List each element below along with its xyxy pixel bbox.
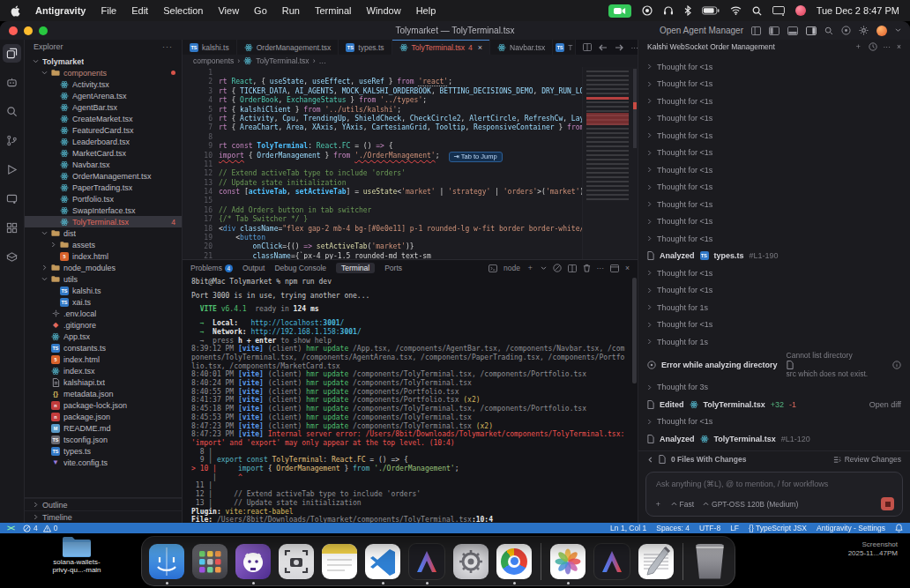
tree-item[interactable]: 5index.html xyxy=(25,354,182,365)
sidebar-section-timeline[interactable]: Timeline xyxy=(25,510,182,523)
user-account-icon[interactable] xyxy=(795,5,806,16)
tree-item[interactable]: MREADME.md xyxy=(25,422,182,434)
tree-item[interactable]: ◆.gitignore xyxy=(25,319,182,331)
dock-icon-trash[interactable] xyxy=(692,544,727,579)
account-avatar[interactable] xyxy=(876,26,887,36)
desktop-folder-solana-wallets[interactable]: solana-wallets-privy-qu...-main xyxy=(42,535,111,574)
tree-item[interactable]: MarketCard.tsx xyxy=(25,147,182,159)
agent-thought-item[interactable]: Thought for 1s xyxy=(647,299,901,316)
agent-input-box[interactable]: ＋ Fast GPT-OSS 120B (Medium) xyxy=(645,472,903,517)
tree-item[interactable]: TStsconfig.json xyxy=(25,434,182,445)
wifi-icon[interactable] xyxy=(730,6,742,15)
agent-prompt-input[interactable] xyxy=(654,479,898,489)
editor-tab-OrderManagement.tsx[interactable]: OrderManagement.tsx xyxy=(237,40,339,55)
history-icon[interactable] xyxy=(869,42,877,51)
tree-item[interactable]: Portfolio.tsx xyxy=(25,193,182,205)
problems-status[interactable]: 4 0 xyxy=(23,524,57,532)
menu-antigravity[interactable]: Antigravity xyxy=(35,5,86,16)
navigate-back-icon[interactable] xyxy=(599,44,608,51)
toggle-right-panel-icon[interactable] xyxy=(806,26,817,35)
terminal-shell-label[interactable]: node xyxy=(503,264,520,272)
agent-thought-item[interactable]: Thought for <1s xyxy=(647,127,901,145)
preview-eye-icon[interactable] xyxy=(841,26,851,35)
tree-item[interactable]: ▼vite.config.ts xyxy=(25,457,182,468)
activity-toolbox-icon[interactable] xyxy=(3,248,21,266)
new-conversation-icon[interactable]: ＋ xyxy=(854,41,862,52)
screen-recording-indicator-icon[interactable] xyxy=(608,4,631,18)
terminal-scrollbar[interactable] xyxy=(632,278,637,383)
tree-item[interactable]: App.tsx xyxy=(25,331,182,342)
activity-extensions-icon[interactable] xyxy=(3,219,21,237)
breadcrumb[interactable]: components›TolyTerminal.tsx›… xyxy=(183,55,638,67)
headphones-icon[interactable] xyxy=(663,5,674,16)
dock-icon-screenshot[interactable] xyxy=(279,544,314,579)
dock-icon-antigravity[interactable] xyxy=(408,543,445,580)
menu-run[interactable]: Run xyxy=(282,5,300,16)
tree-item[interactable]: assets xyxy=(25,239,182,250)
open-agent-manager-button[interactable]: Open Agent Manager xyxy=(660,26,743,35)
model-selector[interactable]: GPT-OSS 120B (Medium) xyxy=(703,500,798,509)
files-with-changes-label[interactable]: 0 Files With Changes xyxy=(671,455,746,464)
tree-item[interactable]: PaperTrading.tsx xyxy=(25,182,182,193)
tree-item[interactable]: OrderManagement.tsx xyxy=(25,170,182,182)
menu-bar-clock[interactable]: Tue Dec 2 8:47 PM xyxy=(817,5,899,16)
tree-item[interactable]: AgentArena.tsx xyxy=(25,90,182,101)
menu-terminal[interactable]: Terminal xyxy=(315,5,352,16)
editor-tab-types.ts[interactable]: TStypes.ts xyxy=(339,40,392,55)
tree-item[interactable]: TolyTerminal.tsx4 xyxy=(25,216,182,227)
menu-view[interactable]: View xyxy=(218,5,239,16)
tree-item[interactable]: index.tsx xyxy=(25,365,182,376)
tree-item[interactable]: components xyxy=(25,67,182,78)
agent-thought-item[interactable]: Thought for <1s xyxy=(647,93,901,110)
maximize-panel-icon[interactable] xyxy=(610,264,619,272)
agent-thought-item[interactable]: Thought for <1s xyxy=(647,179,901,197)
collapse-icon[interactable] xyxy=(647,457,653,463)
tree-item[interactable]: dist xyxy=(25,227,182,239)
tree-item[interactable]: npackage-lock.json xyxy=(25,399,182,411)
toggle-left-panel-icon[interactable] xyxy=(769,26,779,35)
search-icon[interactable] xyxy=(824,26,833,35)
layout-grid-icon[interactable] xyxy=(751,26,761,35)
panel-tab-debug-console[interactable]: Debug Console xyxy=(274,264,326,272)
agent-thought-item[interactable]: Thought for <1s xyxy=(647,196,901,213)
status-item[interactable]: Ln 1, Col 1 xyxy=(610,524,646,532)
sidebar-section-outline[interactable]: Outline xyxy=(25,498,182,510)
screen-mirroring-icon[interactable] xyxy=(772,6,785,16)
terminal-dropdown-icon[interactable] xyxy=(541,266,547,271)
editor-tab-kalshi.ts[interactable]: TSkalshi.ts xyxy=(183,40,237,55)
settings-gear-icon[interactable] xyxy=(859,26,869,35)
agent-error-item[interactable]: Error while analyzing directoryCannot li… xyxy=(647,351,901,379)
menu-selection[interactable]: Selection xyxy=(163,5,203,16)
mode-selector[interactable]: Fast xyxy=(671,500,695,509)
activity-search-icon[interactable] xyxy=(3,102,21,121)
desktop-file-screenshot[interactable]: Screenshot2025-11...47PM xyxy=(848,540,898,558)
tree-item[interactable]: node_modules xyxy=(25,262,182,273)
tree-item[interactable]: .env.local xyxy=(25,308,182,319)
panel-tab-ports[interactable]: Ports xyxy=(384,264,402,272)
agent-thought-item[interactable]: Thought for <1s xyxy=(647,413,901,431)
editor-tab-TolyTerminal.tsx[interactable]: TolyTerminal.tsx4× xyxy=(392,40,490,55)
menu-help[interactable]: Help xyxy=(416,5,436,16)
status-item[interactable]: Antigravity - Settings xyxy=(817,524,885,532)
tree-item[interactable]: utils xyxy=(25,273,182,285)
agent-thought-item[interactable]: Thought for <1s xyxy=(647,58,901,76)
menu-file[interactable]: File xyxy=(101,5,116,16)
terminal-slash-icon[interactable] xyxy=(553,264,562,272)
tree-item[interactable]: CreateMarket.tsx xyxy=(25,113,182,124)
tree-item[interactable]: 5index.html xyxy=(25,250,182,262)
apple-menu-icon[interactable] xyxy=(11,5,20,17)
dock-icon-launchpad[interactable] xyxy=(192,544,228,579)
record-icon[interactable] xyxy=(642,5,653,16)
agent-thought-item[interactable]: Thought for <1s xyxy=(647,316,901,334)
tree-item[interactable]: kalshiapi.txt xyxy=(25,376,182,388)
terminal-output[interactable]: 8bit@Mac Tolymarket % npm run devPort 30… xyxy=(183,276,638,523)
tree-item[interactable]: {}metadata.json xyxy=(25,388,182,399)
agent-thought-item[interactable]: Thought for <1s xyxy=(647,145,901,162)
dock-icon-vscode[interactable] xyxy=(365,544,400,579)
spotlight-search-icon[interactable] xyxy=(752,6,762,16)
dock-icon-photos[interactable] xyxy=(550,544,586,579)
agent-analyzed-item[interactable]: AnalyzedTolyTerminal.tsx#L1-120 xyxy=(647,430,901,448)
tree-item[interactable]: Tolymarket xyxy=(25,56,182,67)
agent-thought-item[interactable]: Thought for 1s xyxy=(647,333,901,351)
split-terminal-icon[interactable] xyxy=(568,264,577,272)
